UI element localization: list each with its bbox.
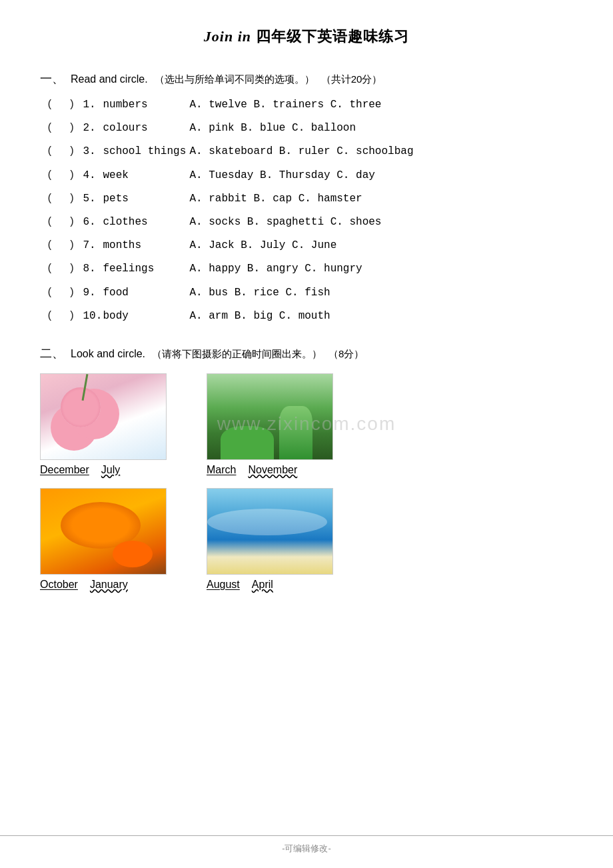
image-autumn [40,488,167,575]
section1-num: 一、 [40,71,64,87]
row-num: 7. [83,237,103,255]
row-category: feelings [103,260,189,278]
row-category: numbers [103,96,189,114]
exercise-row: ( ) 1. numbers A. twelve B. trainers C. … [47,96,573,114]
image-col-left: DecemberJulyOctoberJanuary [40,373,167,591]
paren-open: ( [47,213,53,231]
row-num: 5. [83,190,103,208]
image-col-right: MarchNovemberAugustApril [207,373,333,591]
title-italic: Join in [204,28,251,45]
paren-open: ( [47,96,53,114]
row-options: A. twelve B. trainers C. three [189,96,573,114]
section1-note: （选出与所给单词不同类的选项。） [155,73,314,86]
caption-word[interactable]: July [101,464,120,476]
row-category: week [103,167,189,185]
section2-header: 二、 Look and circle. （请将下图摄影的正确时间圈出来。） （8… [40,345,573,361]
row-num: 9. [83,284,103,302]
paren-close: ) [56,167,75,185]
caption-cherry[interactable]: DecemberJuly [40,464,120,476]
exercise-row: ( ) 10. body A. arm B. big C. mouth [47,307,573,325]
paren-open: ( [47,190,53,208]
paren-open: ( [47,119,53,137]
paren-open: ( [47,237,53,255]
divider [0,835,613,836]
title-rest: 四年级下英语趣味练习 [256,28,409,45]
row-category: clothes [103,213,189,231]
paren-close: ) [56,213,75,231]
row-num: 8. [83,260,103,278]
exercise-row: ( ) 2. colours A. pink B. blue C. balloo… [47,119,573,137]
page: Join in 四年级下英语趣味练习 一、 Read and circle. （… [0,0,613,868]
paren-close: ) [56,260,75,278]
section2: 二、 Look and circle. （请将下图摄影的正确时间圈出来。） （8… [40,345,573,591]
row-num: 6. [83,213,103,231]
row-options: A. skateboard B. ruler C. schoolbag [189,143,573,161]
caption-ocean[interactable]: AugustApril [207,579,273,591]
row-num: 2. [83,119,103,137]
row-category: school things [103,143,189,161]
row-options: A. Tuesday B. Thursday C. day [189,167,573,185]
section2-instruction: Look and circle. [71,348,145,360]
row-options: A. arm B. big C. mouth [189,307,573,325]
paren-open: ( [47,167,53,185]
caption-word[interactable]: January [90,579,128,591]
paren-open: ( [47,284,53,302]
paren-close: ) [56,190,75,208]
exercise-row: ( ) 9. food A. bus B. rice C. fish [47,284,573,302]
image-block-autumn: OctoberJanuary [40,488,167,591]
image-grid: DecemberJulyOctoberJanuaryMarchNovemberA… [40,373,573,591]
section2-num: 二、 [40,345,64,361]
exercise-row: ( ) 7. months A. Jack B. July C. June [47,237,573,255]
section1-points: （共计20分） [321,73,382,86]
row-options: A. happy B. angry C. hungry [189,260,573,278]
image-summer [207,373,333,460]
section2-note: （请将下图摄影的正确时间圈出来。） [152,348,322,361]
exercise-row: ( ) 5. pets A. rabbit B. cap C. hamster [47,190,573,208]
section2-points: （8分） [328,348,364,361]
exercise-row: ( ) 3. school things A. skateboard B. ru… [47,143,573,161]
image-block-cherry: DecemberJuly [40,373,167,476]
caption-summer[interactable]: MarchNovember [207,464,297,476]
caption-word[interactable]: December [40,464,89,476]
exercise-list: ( ) 1. numbers A. twelve B. trainers C. … [47,96,573,325]
caption-word[interactable]: August [207,579,240,591]
exercise-row: ( ) 4. week A. Tuesday B. Thursday C. da… [47,167,573,185]
row-options: A. bus B. rice C. fish [189,284,573,302]
caption-word[interactable]: October [40,579,78,591]
row-options: A. rabbit B. cap C. hamster [189,190,573,208]
paren-close: ) [56,307,75,325]
image-block-ocean: AugustApril [207,488,333,591]
exercise-row: ( ) 6. clothes A. socks B. spaghetti C. … [47,213,573,231]
paren-open: ( [47,143,53,161]
paren-open: ( [47,260,53,278]
row-category: pets [103,190,189,208]
image-cherry [40,373,167,460]
row-options: A. pink B. blue C. balloon [189,119,573,137]
paren-close: ) [56,237,75,255]
caption-autumn[interactable]: OctoberJanuary [40,579,128,591]
image-block-summer: MarchNovember [207,373,333,476]
exercise-row: ( ) 8. feelings A. happy B. angry C. hun… [47,260,573,278]
paren-open: ( [47,307,53,325]
section1-header: 一、 Read and circle. （选出与所给单词不同类的选项。） （共计… [40,71,573,87]
row-category: months [103,237,189,255]
row-options: A. socks B. spaghetti C. shoes [189,213,573,231]
row-category: food [103,284,189,302]
caption-word[interactable]: November [248,464,297,476]
row-num: 4. [83,167,103,185]
paren-close: ) [56,284,75,302]
row-category: body [103,307,189,325]
row-num: 10. [83,307,103,325]
row-num: 1. [83,96,103,114]
paren-close: ) [56,96,75,114]
paren-close: ) [56,143,75,161]
paren-close: ) [56,119,75,137]
caption-word[interactable]: March [207,464,236,476]
image-ocean [207,488,333,575]
row-category: colours [103,119,189,137]
row-num: 3. [83,143,103,161]
section1-instruction: Read and circle. [71,73,148,85]
footer: -可编辑修改- [282,843,331,855]
caption-word[interactable]: April [252,579,273,591]
page-title: Join in 四年级下英语趣味练习 [40,27,573,47]
